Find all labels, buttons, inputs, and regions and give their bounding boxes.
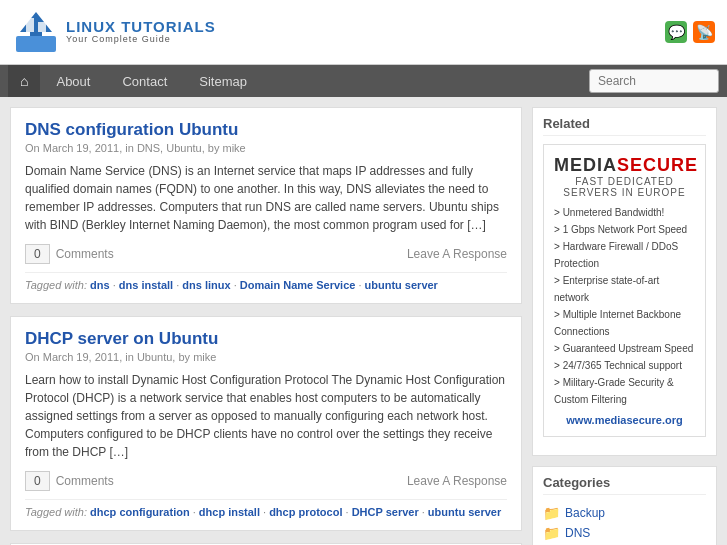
nav-about[interactable]: About — [40, 66, 106, 97]
ad-secure: SECURE — [617, 155, 698, 175]
related-title: Related — [543, 116, 706, 136]
svg-rect-3 — [38, 22, 46, 32]
category-backup[interactable]: Backup — [565, 506, 605, 520]
search-area — [589, 69, 719, 93]
ad-feature: Military-Grade Security & Custom Filteri… — [554, 374, 695, 408]
svg-rect-2 — [26, 18, 34, 32]
comments-label: Comments — [56, 474, 114, 488]
ad-tagline: FAST DEDICATED SERVERS IN EUROPE — [554, 176, 695, 198]
logo-sub-text: Your Complete Guide — [66, 35, 216, 45]
comments-label: Comments — [56, 247, 114, 261]
tag-link[interactable]: dhcp protocol — [269, 506, 342, 518]
category-item: 📁 DNS — [543, 523, 706, 543]
ad-feature: Enterprise state-of-art network — [554, 272, 695, 306]
related-box: Related MEDIASECURE FAST DEDICATED SERVE… — [532, 107, 717, 456]
categories-title: Categories — [543, 475, 706, 495]
category-item: 📁 Backup — [543, 503, 706, 523]
ad-features: Unmetered Bandwidth! 1 Gbps Network Port… — [554, 204, 695, 408]
header: LINUX TUTORIALS Your Complete Guide 💬 📡 — [0, 0, 727, 65]
category-dns[interactable]: DNS — [565, 526, 590, 540]
search-input[interactable] — [589, 69, 719, 93]
navbar: ⌂ About Contact Sitemap — [0, 65, 727, 97]
tags-label: Tagged with: — [25, 506, 87, 518]
post-footer: 0 Comments Leave A Response — [25, 244, 507, 264]
ad-brand: MEDIASECURE — [554, 155, 695, 176]
post-meta: On March 19, 2011, in Ubuntu, by mike — [25, 351, 507, 363]
post-card: DNS configuration Ubuntu On March 19, 20… — [10, 107, 522, 304]
post-tags: Tagged with: dhcp configuration · dhcp i… — [25, 499, 507, 518]
post-tags: Tagged with: dns · dns install · dns lin… — [25, 272, 507, 291]
comment-count: 0 Comments — [25, 471, 114, 491]
post-excerpt: Learn how to install Dynamic Host Config… — [25, 371, 507, 461]
main-wrap: DNS configuration Ubuntu On March 19, 20… — [0, 97, 727, 545]
folder-icon: 📁 — [543, 525, 560, 541]
count-box: 0 — [25, 471, 50, 491]
svg-rect-0 — [16, 36, 56, 52]
content-area: DNS configuration Ubuntu On March 19, 20… — [10, 107, 522, 545]
logo-area: LINUX TUTORIALS Your Complete Guide — [12, 8, 216, 56]
tag-link[interactable]: dns linux — [182, 279, 230, 291]
tags-label: Tagged with: — [25, 279, 87, 291]
post-title[interactable]: DNS configuration Ubuntu — [25, 120, 507, 140]
count-box: 0 — [25, 244, 50, 264]
logo-icon — [12, 8, 60, 56]
svg-marker-1 — [20, 12, 52, 36]
ad-box: MEDIASECURE FAST DEDICATED SERVERS IN EU… — [543, 144, 706, 437]
nav-contact[interactable]: Contact — [106, 66, 183, 97]
ad-url[interactable]: www.mediasecure.org — [554, 414, 695, 426]
post-card: DHCP server on Ubuntu On March 19, 2011,… — [10, 316, 522, 531]
comment-count: 0 Comments — [25, 244, 114, 264]
tag-link[interactable]: DHCP server — [352, 506, 419, 518]
ad-media: MEDIA — [554, 155, 617, 175]
tag-link[interactable]: Domain Name Service — [240, 279, 356, 291]
tag-link[interactable]: dhcp install — [199, 506, 260, 518]
ad-feature: Multiple Internet Backbone Connections — [554, 306, 695, 340]
tag-link[interactable]: dhcp configuration — [90, 506, 190, 518]
ad-feature: Hardware Firewall / DDoS Protection — [554, 238, 695, 272]
logo-main-text: LINUX TUTORIALS — [66, 19, 216, 36]
leave-response-link[interactable]: Leave A Response — [407, 474, 507, 488]
post-footer: 0 Comments Leave A Response — [25, 471, 507, 491]
header-icons: 💬 📡 — [665, 21, 715, 43]
ad-feature: 24/7/365 Technical support — [554, 357, 695, 374]
ad-feature: Guaranteed Upstream Speed — [554, 340, 695, 357]
categories-box: Categories 📁 Backup 📁 DNS BIND 📁 Linux C… — [532, 466, 717, 545]
logo-text: LINUX TUTORIALS Your Complete Guide — [66, 19, 216, 45]
rss-icon[interactable]: 📡 — [693, 21, 715, 43]
tag-link[interactable]: ubuntu server — [365, 279, 438, 291]
nav-sitemap[interactable]: Sitemap — [183, 66, 263, 97]
tag-link[interactable]: dns install — [119, 279, 173, 291]
post-excerpt: Domain Name Service (DNS) is an Internet… — [25, 162, 507, 234]
message-icon[interactable]: 💬 — [665, 21, 687, 43]
folder-icon: 📁 — [543, 505, 560, 521]
post-meta: On March 19, 2011, in DNS, Ubuntu, by mi… — [25, 142, 507, 154]
tag-link[interactable]: dns — [90, 279, 110, 291]
nav-home-button[interactable]: ⌂ — [8, 65, 40, 97]
ad-feature: Unmetered Bandwidth! — [554, 204, 695, 221]
leave-response-link[interactable]: Leave A Response — [407, 247, 507, 261]
post-title[interactable]: DHCP server on Ubuntu — [25, 329, 507, 349]
ad-feature: 1 Gbps Network Port Speed — [554, 221, 695, 238]
tag-link[interactable]: ubuntu server — [428, 506, 501, 518]
sidebar: Related MEDIASECURE FAST DEDICATED SERVE… — [532, 107, 717, 545]
